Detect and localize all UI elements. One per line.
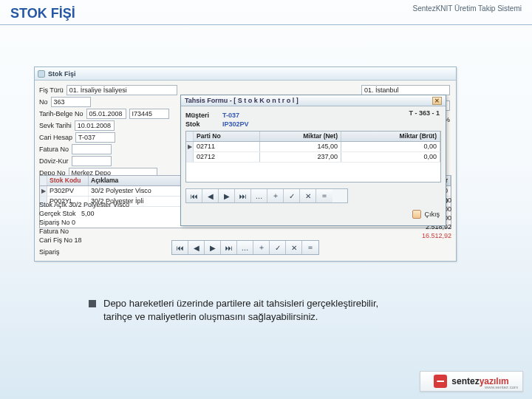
dlg-stok-link[interactable]: IP302PV <box>222 120 249 128</box>
dlg-nav-add[interactable]: ＋ <box>267 189 284 202</box>
col-stokkodu: Stok Kodu <box>47 176 89 185</box>
dlg-musteri-label: Müşteri <box>185 112 218 119</box>
nav-prev-button[interactable]: ◀ <box>188 241 205 254</box>
dialog-row[interactable]: ▶ 02711 145,00 0,00 <box>186 142 440 152</box>
dialog-navigator: ⏮ ◀ ▶ ⏭ … ＋ ✓ ✕ ＝ <box>185 188 348 203</box>
dialog-title: Tahsis Formu - [ S t o k K o n t r o l ] <box>185 97 299 104</box>
doviz-label: Döviz-Kur <box>39 157 69 165</box>
dlg-nav-accept[interactable]: ✓ <box>284 189 300 202</box>
bullet-icon <box>89 300 96 307</box>
dlg-col-mbrut: Miktar (Brüt) <box>341 132 440 141</box>
belge-input[interactable]: I73445 <box>129 109 169 119</box>
fistur-label: Fiş Türü <box>39 86 64 94</box>
dialog-grid[interactable]: Parti No Miktar (Net) Miktar (Brüt) ▶ 02… <box>185 131 441 183</box>
sevk-label: Sevk Tarihi <box>39 122 72 129</box>
exit-icon <box>412 210 421 219</box>
tarih-input[interactable]: 05.01.2008 <box>86 109 126 119</box>
dlg-nav-cancel[interactable]: ✕ <box>300 189 316 202</box>
window-title: Stok Fişi <box>48 70 76 78</box>
cari-label: Cari Hesap <box>39 134 72 141</box>
doviz-input[interactable] <box>72 156 112 166</box>
tahsis-dialog: Tahsis Formu - [ S t o k K o n t r o l ]… <box>180 95 446 226</box>
dlg-nav-next[interactable]: ▶ <box>219 189 235 202</box>
dlg-nav-last[interactable]: ⏭ <box>235 189 251 202</box>
brand-url: www.sentez.com <box>485 385 518 389</box>
dialog-row[interactable]: 02712 237,00 0,00 <box>186 152 440 163</box>
brand-mark-icon <box>434 375 447 388</box>
no-input[interactable]: 363 <box>51 97 91 107</box>
dialog-titlebar: Tahsis Formu - [ S t o k K o n t r o l ]… <box>181 95 446 106</box>
dlg-musteri-link[interactable]: T-037 <box>222 112 239 119</box>
row-pointer-icon: ▶ <box>40 186 47 196</box>
dialog-close-button[interactable]: ✕ <box>432 97 442 105</box>
nav-equals-button[interactable]: ＝ <box>302 241 318 254</box>
tarih-label: Tarih-Belge No <box>39 110 83 117</box>
dlg-col-mnet: Miktar (Net) <box>260 132 341 141</box>
dlg-nav-first[interactable]: ⏮ <box>186 189 202 202</box>
cari-input[interactable]: T-037 <box>75 132 115 143</box>
nav-last-button[interactable]: ⏭ <box>221 241 237 254</box>
description-bullet: Depo hareketleri üzerinde partilere ait … <box>89 297 406 323</box>
fatura-label: Fatura No <box>39 146 69 153</box>
dlg-stok-label: Stok <box>185 120 218 128</box>
no-label: No <box>39 98 48 106</box>
nav-add-button[interactable]: ＋ <box>253 241 270 254</box>
nav-first-button[interactable]: ⏮ <box>172 241 188 254</box>
nav-more-button[interactable]: … <box>237 241 253 254</box>
window-titlebar: Stok Fişi <box>35 67 456 81</box>
bullet-text: Depo hareketleri üzerinde partilere ait … <box>103 297 406 323</box>
nav-accept-button[interactable]: ✓ <box>270 241 286 254</box>
brand-top-text: SentezKNIT Üretim Takip Sistemi <box>413 4 522 13</box>
brand-footer-logo: sentezyazılım www.sentez.com <box>420 371 523 392</box>
dlg-nav-more[interactable]: … <box>251 189 267 202</box>
isyeri-input[interactable]: 01. İstanbul <box>361 85 450 95</box>
row-pointer-icon: ▶ <box>186 142 194 151</box>
nav-next-button[interactable]: ▶ <box>205 241 221 254</box>
nav-cancel-button[interactable]: ✕ <box>286 241 302 254</box>
fistur-input[interactable]: 01. İrsaliye İsaliyesi <box>66 85 177 95</box>
dlg-nav-equals[interactable]: ＝ <box>316 189 332 202</box>
record-navigator: ⏮ ◀ ▶ ⏭ … ＋ ✓ ✕ ＝ <box>171 240 319 255</box>
dialog-exit-button[interactable]: Çıkış <box>412 210 440 219</box>
sevk-input[interactable]: 10.01.2008 <box>75 120 115 131</box>
dlg-nav-prev[interactable]: ◀ <box>202 189 219 202</box>
fatura-input[interactable] <box>72 144 112 154</box>
window-icon <box>38 70 45 78</box>
dlg-col-parti: Parti No <box>194 132 260 141</box>
dialog-ref-no: T - 363 - 1 <box>409 109 440 117</box>
